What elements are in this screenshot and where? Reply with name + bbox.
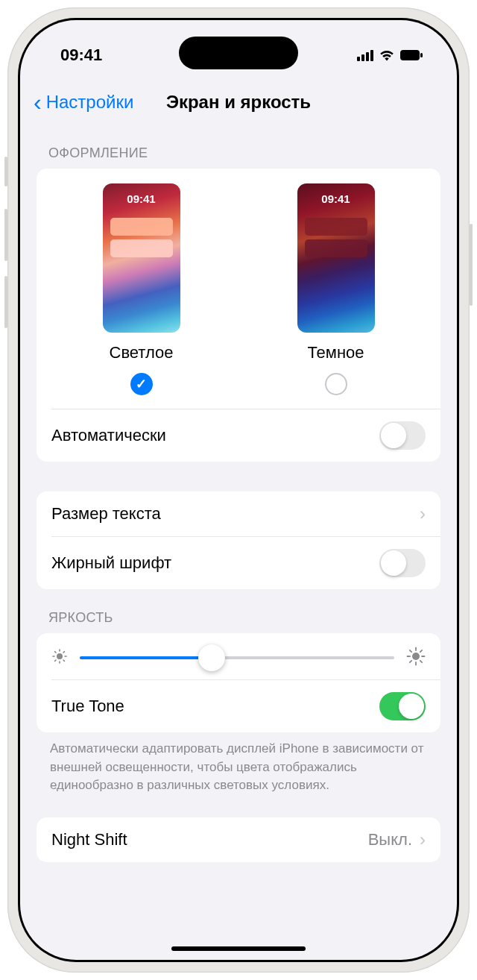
dark-label: Темное bbox=[307, 343, 364, 362]
battery-icon bbox=[400, 50, 423, 60]
sun-max-icon bbox=[406, 647, 426, 669]
content-scroll[interactable]: Оформление 09:41 Светлое bbox=[20, 125, 457, 960]
bold-text-label: Жирный шрифт bbox=[51, 553, 171, 573]
sun-min-icon bbox=[51, 648, 68, 668]
light-radio-checked-icon[interactable] bbox=[130, 373, 153, 395]
home-indicator[interactable] bbox=[171, 946, 306, 951]
light-label: Светлое bbox=[110, 343, 174, 362]
svg-line-8 bbox=[63, 660, 64, 661]
svg-line-16 bbox=[410, 650, 411, 652]
appearance-option-dark[interactable]: 09:41 Темное bbox=[297, 183, 375, 395]
bold-text-toggle[interactable] bbox=[379, 549, 426, 577]
bold-text-row: Жирный шрифт bbox=[37, 537, 440, 589]
phone-frame: 09:41 ‹ Настройки Экран и яркость bbox=[7, 7, 470, 973]
appearance-option-light[interactable]: 09:41 Светлое bbox=[103, 183, 180, 395]
volume-down-button bbox=[4, 276, 7, 328]
page-title: Экран и яркость bbox=[166, 92, 311, 113]
nav-bar: ‹ Настройки Экран и яркость bbox=[20, 81, 457, 125]
svg-line-19 bbox=[420, 650, 422, 652]
truetone-row: True Tone bbox=[37, 680, 440, 732]
back-button[interactable]: Настройки bbox=[46, 92, 134, 113]
power-button bbox=[470, 224, 473, 306]
text-size-label: Размер текста bbox=[51, 504, 161, 524]
svg-line-17 bbox=[420, 661, 422, 662]
status-time: 09:41 bbox=[60, 45, 102, 65]
text-card: Размер текста › Жирный шрифт bbox=[37, 491, 440, 589]
svg-line-7 bbox=[55, 652, 56, 653]
truetone-footer: Автоматически адаптировать дисплей iPhon… bbox=[37, 732, 440, 800]
light-preview-thumb: 09:41 bbox=[103, 183, 180, 333]
appearance-card: 09:41 Светлое 09:41 bbox=[37, 169, 440, 462]
svg-line-10 bbox=[63, 652, 64, 653]
truetone-label: True Tone bbox=[51, 697, 124, 716]
svg-line-9 bbox=[55, 660, 56, 661]
svg-point-11 bbox=[412, 653, 420, 660]
section-header-brightness: Яркость bbox=[37, 589, 440, 633]
svg-rect-0 bbox=[400, 50, 420, 60]
chevron-right-icon: › bbox=[420, 503, 426, 524]
brightness-card: True Tone bbox=[37, 633, 440, 732]
dark-radio-icon[interactable] bbox=[325, 373, 347, 395]
wifi-icon bbox=[379, 49, 395, 61]
text-size-row[interactable]: Размер текста › bbox=[37, 491, 440, 536]
chevron-right-icon: › bbox=[420, 829, 426, 850]
automatic-row: Автоматически bbox=[37, 409, 440, 462]
svg-rect-1 bbox=[420, 53, 423, 57]
dynamic-island bbox=[179, 37, 298, 69]
back-chevron-icon[interactable]: ‹ bbox=[34, 90, 42, 114]
nightshift-value: Выкл. bbox=[368, 830, 412, 849]
automatic-toggle[interactable] bbox=[379, 421, 426, 450]
svg-line-18 bbox=[410, 661, 411, 662]
dark-preview-thumb: 09:41 bbox=[297, 183, 375, 333]
screen: 09:41 ‹ Настройки Экран и яркость bbox=[20, 20, 457, 960]
volume-up-button bbox=[4, 209, 7, 261]
svg-point-2 bbox=[57, 653, 63, 659]
mute-switch bbox=[4, 157, 7, 186]
truetone-toggle[interactable] bbox=[379, 692, 426, 720]
brightness-slider[interactable] bbox=[80, 656, 394, 659]
nightshift-card: Night Shift Выкл. › bbox=[37, 817, 440, 862]
section-header-appearance: Оформление bbox=[37, 125, 440, 169]
automatic-label: Автоматически bbox=[51, 426, 166, 445]
slider-thumb[interactable] bbox=[198, 644, 225, 671]
nightshift-label: Night Shift bbox=[51, 830, 127, 849]
brightness-slider-row bbox=[37, 633, 440, 679]
cellular-signal-icon bbox=[357, 50, 373, 61]
nightshift-row[interactable]: Night Shift Выкл. › bbox=[37, 817, 440, 862]
